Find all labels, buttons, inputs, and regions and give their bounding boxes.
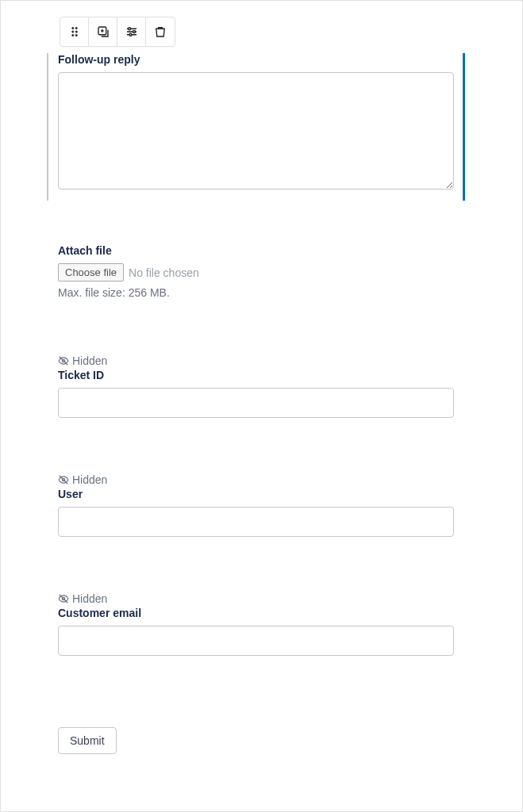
svg-point-5 — [75, 34, 77, 36]
svg-point-9 — [129, 33, 132, 36]
choose-file-button[interactable]: Choose file — [58, 263, 124, 282]
settings-button[interactable] — [117, 17, 146, 46]
svg-point-3 — [75, 31, 77, 33]
hidden-text: Hidden — [72, 473, 107, 486]
user-input[interactable] — [58, 507, 454, 537]
hidden-badge: Hidden — [58, 473, 454, 486]
file-size-help-text: Max. file size: 256 MB. — [58, 286, 454, 299]
attach-file-label: Attach file — [58, 244, 454, 257]
followup-label: Follow-up reply — [58, 53, 454, 66]
hidden-text: Hidden — [72, 592, 107, 605]
trash-icon — [153, 25, 167, 39]
submit-button[interactable]: Submit — [58, 727, 117, 754]
add-block-button[interactable] — [89, 17, 117, 46]
svg-point-4 — [71, 34, 73, 36]
block-toolbar — [60, 17, 175, 47]
customer-email-block: Hidden Customer email — [47, 592, 465, 656]
customer-email-label: Customer email — [58, 607, 454, 619]
hidden-badge: Hidden — [58, 592, 454, 605]
followup-reply-block: Follow-up reply — [47, 53, 465, 193]
svg-point-0 — [71, 27, 73, 29]
file-input-row: Choose file No file chosen — [58, 263, 454, 282]
followup-textarea[interactable] — [58, 72, 454, 190]
svg-point-7 — [128, 28, 130, 30]
no-file-chosen-text: No file chosen — [129, 266, 199, 279]
user-label: User — [58, 488, 454, 500]
ticket-id-input[interactable] — [58, 388, 454, 418]
svg-point-2 — [71, 31, 73, 33]
ticket-id-label: Ticket ID — [58, 369, 454, 381]
svg-point-1 — [75, 27, 77, 29]
drag-handle-button[interactable] — [60, 17, 89, 46]
ticket-id-block: Hidden Ticket ID — [47, 354, 465, 418]
customer-email-input[interactable] — [58, 626, 454, 656]
hidden-badge: Hidden — [58, 354, 454, 367]
eye-off-icon — [58, 355, 69, 366]
submit-row: Submit — [47, 727, 465, 754]
eye-off-icon — [58, 593, 69, 604]
drag-icon — [67, 25, 82, 39]
hidden-text: Hidden — [72, 354, 107, 367]
delete-button[interactable] — [146, 17, 175, 46]
eye-off-icon — [58, 474, 69, 485]
svg-point-8 — [133, 31, 135, 33]
attach-file-block: Attach file Choose file No file chosen M… — [47, 244, 465, 299]
sliders-icon — [125, 25, 139, 39]
add-block-icon — [96, 25, 110, 39]
user-block: Hidden User — [47, 473, 465, 537]
